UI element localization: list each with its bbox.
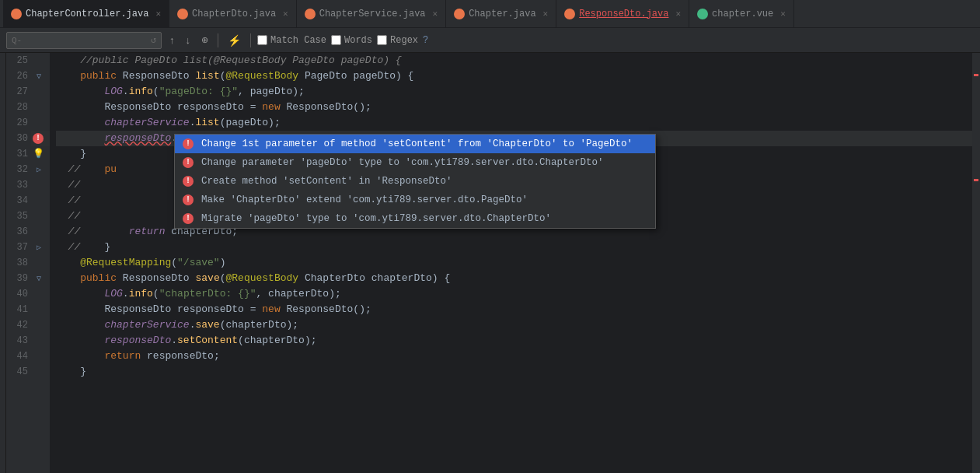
quick-fix-item-5[interactable]: ! Migrate 'pageDto' type to 'com.yti789.… (175, 209, 655, 228)
gutter-row-25: 25 (6, 53, 50, 68)
code-content-39: public ResponseDto save(@RequestBody Cha… (56, 271, 450, 286)
search-icon: Q- (12, 36, 22, 45)
tab-chapter-service[interactable]: ChapterService.java ✕ (297, 0, 446, 28)
fold-icon-39[interactable]: ▽ (33, 274, 45, 283)
line-number-26: 26 (6, 68, 31, 84)
tab-label: Chapter.java (469, 9, 535, 19)
vue-icon (697, 9, 708, 19)
gutter-row-26: 26 ▽ (6, 68, 50, 84)
quick-fix-item-label-1: Change 1st parameter of method 'setConte… (201, 138, 633, 149)
line-number-34: 34 (6, 193, 31, 208)
code-line-44: return responseDto; (56, 349, 972, 364)
gutter-row-41: 41 (6, 302, 50, 317)
fold-icon-32[interactable]: ▷ (33, 165, 45, 174)
bulb-icon-31[interactable]: 💡 (33, 149, 44, 159)
code-line-41: ResponseDto responseDto = new ResponseDt… (56, 302, 972, 317)
code-content-27: LOG.info("pageDto: {}", pageDto); (56, 84, 305, 100)
help-btn[interactable]: ? (423, 35, 428, 46)
code-line-26: public ResponseDto list(@RequestBody Pag… (56, 68, 972, 84)
error-icon-30: ! (33, 133, 44, 144)
line-number-25: 25 (6, 53, 31, 68)
code-line-38: @RequestMapping("/save") (56, 255, 972, 271)
gutter-row-34: 34 (6, 193, 50, 208)
tab-chapter-vue[interactable]: chapter.vue ✕ (689, 0, 794, 28)
scroll-error-mark-2 (974, 179, 978, 181)
gutter-row-43: 43 (6, 333, 50, 349)
error-icon: ! (183, 213, 194, 224)
regex-checkbox-label[interactable]: Regex (377, 35, 418, 46)
code-content-41: ResponseDto responseDto = new ResponseDt… (56, 302, 371, 317)
close-tab-btn[interactable]: ✕ (543, 9, 549, 19)
prev-result-btn[interactable]: ↑ (166, 33, 178, 47)
gutter-icon-39[interactable]: ▽ (31, 274, 47, 283)
error-icon: ! (183, 194, 194, 205)
line-number-44: 44 (6, 349, 31, 364)
gutter-icon-37[interactable]: ▷ (31, 243, 47, 252)
code-line-37: // } (56, 240, 972, 255)
gutter-icon-26[interactable]: ▽ (31, 72, 47, 81)
code-editor[interactable]: //public PageDto list(@RequestBody PageD… (50, 53, 972, 473)
word-boundary-btn[interactable]: ⊕ (198, 33, 211, 47)
toolbar: Q- ↺ ↑ ↓ ⊕ ⚡ Match Case Words Regex ? (0, 28, 980, 53)
tab-chapter-controller[interactable]: ChapterController.java ✕ (3, 0, 169, 28)
gutter-row-29: 29 (6, 115, 50, 131)
line-number-27: 27 (6, 84, 31, 100)
code-line-43: responseDto.setContent(chapterDto); (56, 333, 972, 349)
gutter-icon-30: ! (31, 133, 47, 144)
line-gutter: 25 26 ▽ 27 28 29 30 ! 31 (6, 53, 50, 473)
quick-fix-item-3[interactable]: ! Create method 'setContent' in 'Respons… (175, 172, 655, 191)
match-case-checkbox[interactable] (257, 35, 267, 45)
code-content-32: // pu (56, 162, 117, 177)
quick-fix-item-label-4: Make 'ChapterDto' extend 'com.yti789.ser… (201, 194, 528, 205)
code-line-40: LOG.info("chapterDto: {}", chapterDto); (56, 286, 972, 302)
separator (250, 33, 251, 47)
filter-btn[interactable]: ⚡ (225, 33, 244, 48)
gutter-icon-31[interactable]: 💡 (31, 149, 47, 159)
clear-search-icon[interactable]: ↺ (151, 34, 156, 46)
code-content-42: chapterService.save(chapterDto); (56, 317, 298, 333)
close-tab-btn[interactable]: ✕ (675, 9, 681, 19)
gutter-row-44: 44 (6, 349, 50, 364)
close-tab-btn[interactable]: ✕ (283, 9, 288, 19)
code-content-45: } (56, 364, 86, 380)
gutter-row-33: 33 (6, 177, 50, 193)
tab-bar: ChapterController.java ✕ ChapterDto.java… (0, 0, 980, 28)
quick-fix-item-2[interactable]: ! Change parameter 'pageDto' type to 'co… (175, 153, 655, 172)
match-case-label: Match Case (270, 35, 326, 46)
fold-icon[interactable]: ▽ (33, 72, 45, 81)
words-label: Words (344, 35, 372, 46)
close-tab-btn[interactable]: ✕ (155, 9, 161, 19)
gutter-row-35: 35 (6, 208, 50, 224)
gutter-row-45: 45 (6, 364, 50, 380)
left-sidebar (0, 53, 6, 473)
code-content-35: // (56, 208, 80, 224)
tab-label: ChapterService.java (319, 9, 426, 19)
close-tab-btn[interactable]: ✕ (780, 9, 786, 19)
gutter-row-36: 36 (6, 224, 50, 240)
code-content-26: public ResponseDto list(@RequestBody Pag… (56, 68, 413, 84)
next-result-btn[interactable]: ↓ (183, 33, 194, 47)
line-number-38: 38 (6, 255, 31, 271)
code-line-45: } (56, 364, 972, 380)
search-input[interactable] (25, 35, 141, 46)
search-box[interactable]: Q- ↺ (6, 32, 162, 49)
quick-fix-dropdown[interactable]: ! Change 1st parameter of method 'setCon… (174, 134, 656, 229)
tab-chapter-dto[interactable]: ChapterDto.java ✕ (169, 0, 297, 28)
match-case-checkbox-label[interactable]: Match Case (257, 35, 326, 46)
line-number-31: 31 (6, 146, 31, 162)
gutter-icon-32[interactable]: ▷ (31, 165, 47, 174)
words-checkbox-label[interactable]: Words (331, 35, 372, 46)
tab-response-dto[interactable]: ResponseDto.java ✕ (556, 0, 689, 28)
words-checkbox[interactable] (331, 35, 341, 45)
quick-fix-item-1[interactable]: ! Change 1st parameter of method 'setCon… (175, 135, 655, 153)
fold-icon-37[interactable]: ▷ (33, 243, 45, 252)
line-number-30: 30 (6, 131, 31, 146)
quick-fix-item-4[interactable]: ! Make 'ChapterDto' extend 'com.yti789.s… (175, 191, 655, 209)
quick-fix-item-label-2: Change parameter 'pageDto' type to 'com.… (201, 157, 604, 168)
close-tab-btn[interactable]: ✕ (433, 9, 438, 19)
gutter-row-42: 42 (6, 317, 50, 333)
code-content-43: responseDto.setContent(chapterDto); (56, 333, 317, 349)
tab-chapter[interactable]: Chapter.java ✕ (446, 0, 556, 28)
scrollbar[interactable] (972, 53, 980, 473)
regex-checkbox[interactable] (377, 35, 387, 45)
